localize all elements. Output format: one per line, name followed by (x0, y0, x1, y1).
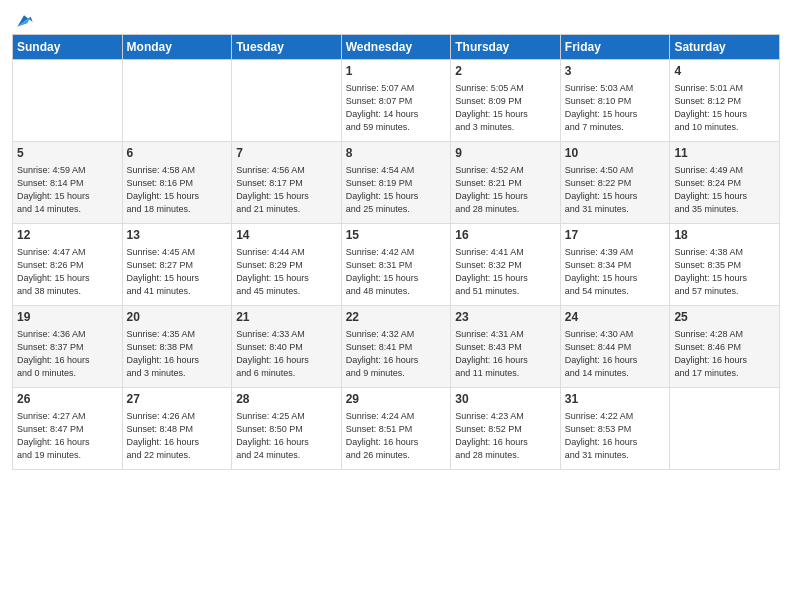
day-cell: 14Sunrise: 4:44 AMSunset: 8:29 PMDayligh… (232, 224, 342, 306)
day-info-line: Sunset: 8:37 PM (17, 341, 118, 354)
day-info-line: Sunset: 8:24 PM (674, 177, 775, 190)
logo (12, 10, 34, 26)
day-info-line: Daylight: 15 hours (127, 272, 228, 285)
weekday-header-thursday: Thursday (451, 35, 561, 60)
day-info-line: Sunset: 8:07 PM (346, 95, 447, 108)
day-info-line: and 18 minutes. (127, 203, 228, 216)
day-cell (13, 60, 123, 142)
day-info-line: Daylight: 15 hours (565, 190, 666, 203)
day-number: 15 (346, 227, 447, 244)
day-info-line: Sunrise: 5:07 AM (346, 82, 447, 95)
day-info-line: Daylight: 16 hours (17, 436, 118, 449)
day-cell: 15Sunrise: 4:42 AMSunset: 8:31 PMDayligh… (341, 224, 451, 306)
day-info-line: Daylight: 15 hours (565, 108, 666, 121)
day-cell: 12Sunrise: 4:47 AMSunset: 8:26 PMDayligh… (13, 224, 123, 306)
day-info-line: Sunset: 8:51 PM (346, 423, 447, 436)
day-cell: 24Sunrise: 4:30 AMSunset: 8:44 PMDayligh… (560, 306, 670, 388)
day-cell: 3Sunrise: 5:03 AMSunset: 8:10 PMDaylight… (560, 60, 670, 142)
day-cell: 1Sunrise: 5:07 AMSunset: 8:07 PMDaylight… (341, 60, 451, 142)
day-number: 29 (346, 391, 447, 408)
day-info-line: Daylight: 16 hours (346, 436, 447, 449)
day-cell: 27Sunrise: 4:26 AMSunset: 8:48 PMDayligh… (122, 388, 232, 470)
day-number: 6 (127, 145, 228, 162)
day-info-line: and 35 minutes. (674, 203, 775, 216)
day-cell: 13Sunrise: 4:45 AMSunset: 8:27 PMDayligh… (122, 224, 232, 306)
day-cell: 9Sunrise: 4:52 AMSunset: 8:21 PMDaylight… (451, 142, 561, 224)
day-cell: 7Sunrise: 4:56 AMSunset: 8:17 PMDaylight… (232, 142, 342, 224)
logo-text (12, 10, 34, 30)
day-cell: 21Sunrise: 4:33 AMSunset: 8:40 PMDayligh… (232, 306, 342, 388)
day-info-line: and 26 minutes. (346, 449, 447, 462)
weekday-header-wednesday: Wednesday (341, 35, 451, 60)
day-info-line: Sunrise: 4:31 AM (455, 328, 556, 341)
day-info-line: and 3 minutes. (127, 367, 228, 380)
day-info-line: Sunset: 8:47 PM (17, 423, 118, 436)
day-info-line: Sunset: 8:27 PM (127, 259, 228, 272)
day-info-line: Sunrise: 4:41 AM (455, 246, 556, 259)
day-info-line: Sunset: 8:19 PM (346, 177, 447, 190)
day-cell: 31Sunrise: 4:22 AMSunset: 8:53 PMDayligh… (560, 388, 670, 470)
day-cell: 5Sunrise: 4:59 AMSunset: 8:14 PMDaylight… (13, 142, 123, 224)
day-cell: 23Sunrise: 4:31 AMSunset: 8:43 PMDayligh… (451, 306, 561, 388)
day-info-line: Sunrise: 4:52 AM (455, 164, 556, 177)
day-cell: 30Sunrise: 4:23 AMSunset: 8:52 PMDayligh… (451, 388, 561, 470)
day-cell: 11Sunrise: 4:49 AMSunset: 8:24 PMDayligh… (670, 142, 780, 224)
day-info-line: Daylight: 16 hours (127, 354, 228, 367)
day-info-line: Sunrise: 4:36 AM (17, 328, 118, 341)
day-info-line: Sunset: 8:34 PM (565, 259, 666, 272)
day-number: 4 (674, 63, 775, 80)
weekday-header-tuesday: Tuesday (232, 35, 342, 60)
day-info-line: Daylight: 15 hours (455, 108, 556, 121)
day-info-line: Sunset: 8:38 PM (127, 341, 228, 354)
day-number: 21 (236, 309, 337, 326)
day-info-line: Daylight: 16 hours (455, 354, 556, 367)
day-info-line: Daylight: 16 hours (346, 354, 447, 367)
day-info-line: Sunrise: 4:45 AM (127, 246, 228, 259)
day-info-line: Sunrise: 4:32 AM (346, 328, 447, 341)
day-cell: 10Sunrise: 4:50 AMSunset: 8:22 PMDayligh… (560, 142, 670, 224)
day-cell: 4Sunrise: 5:01 AMSunset: 8:12 PMDaylight… (670, 60, 780, 142)
day-number: 19 (17, 309, 118, 326)
day-cell (232, 60, 342, 142)
day-info-line: Sunset: 8:14 PM (17, 177, 118, 190)
logo-icon (14, 10, 34, 30)
day-info-line: Sunset: 8:52 PM (455, 423, 556, 436)
day-info-line: Sunrise: 4:54 AM (346, 164, 447, 177)
weekday-header-monday: Monday (122, 35, 232, 60)
week-row-5: 26Sunrise: 4:27 AMSunset: 8:47 PMDayligh… (13, 388, 780, 470)
day-cell (670, 388, 780, 470)
day-info-line: Daylight: 16 hours (17, 354, 118, 367)
day-cell: 20Sunrise: 4:35 AMSunset: 8:38 PMDayligh… (122, 306, 232, 388)
header (12, 10, 780, 26)
day-info-line: Sunset: 8:46 PM (674, 341, 775, 354)
day-info-line: Sunrise: 4:35 AM (127, 328, 228, 341)
page: SundayMondayTuesdayWednesdayThursdayFrid… (0, 0, 792, 612)
day-number: 7 (236, 145, 337, 162)
day-cell: 19Sunrise: 4:36 AMSunset: 8:37 PMDayligh… (13, 306, 123, 388)
calendar: SundayMondayTuesdayWednesdayThursdayFrid… (12, 34, 780, 470)
day-info-line: Daylight: 16 hours (236, 436, 337, 449)
day-info-line: and 41 minutes. (127, 285, 228, 298)
day-info-line: and 21 minutes. (236, 203, 337, 216)
day-info-line: and 28 minutes. (455, 449, 556, 462)
day-info-line: Sunset: 8:22 PM (565, 177, 666, 190)
day-number: 16 (455, 227, 556, 244)
day-info-line: and 24 minutes. (236, 449, 337, 462)
day-info-line: Sunset: 8:31 PM (346, 259, 447, 272)
day-cell: 2Sunrise: 5:05 AMSunset: 8:09 PMDaylight… (451, 60, 561, 142)
day-number: 24 (565, 309, 666, 326)
week-row-4: 19Sunrise: 4:36 AMSunset: 8:37 PMDayligh… (13, 306, 780, 388)
day-info-line: Daylight: 15 hours (346, 190, 447, 203)
day-number: 2 (455, 63, 556, 80)
day-info-line: Sunrise: 4:50 AM (565, 164, 666, 177)
weekday-header-sunday: Sunday (13, 35, 123, 60)
day-info-line: and 31 minutes. (565, 203, 666, 216)
day-number: 31 (565, 391, 666, 408)
day-cell: 17Sunrise: 4:39 AMSunset: 8:34 PMDayligh… (560, 224, 670, 306)
day-number: 12 (17, 227, 118, 244)
day-info-line: and 25 minutes. (346, 203, 447, 216)
day-cell: 29Sunrise: 4:24 AMSunset: 8:51 PMDayligh… (341, 388, 451, 470)
day-info-line: Sunrise: 4:22 AM (565, 410, 666, 423)
day-number: 10 (565, 145, 666, 162)
day-info-line: and 45 minutes. (236, 285, 337, 298)
